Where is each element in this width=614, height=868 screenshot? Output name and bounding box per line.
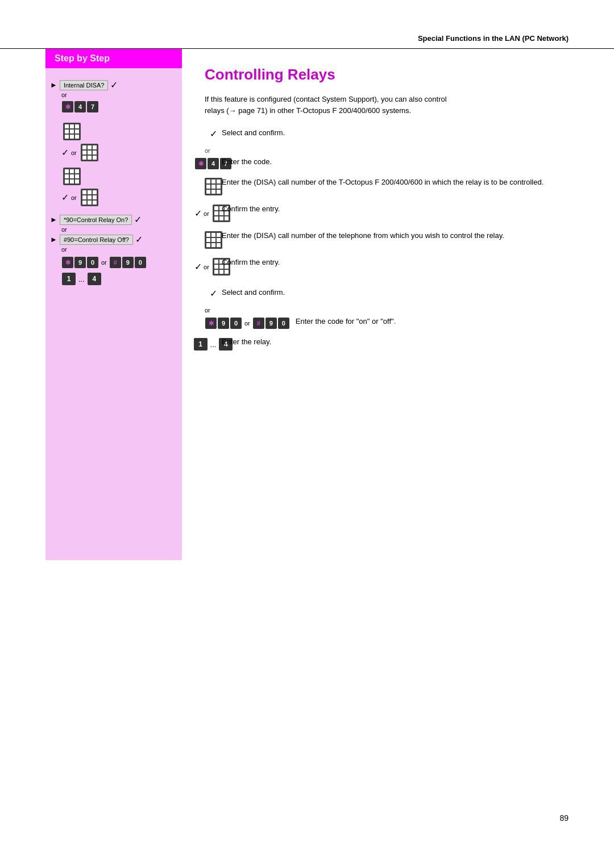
zero-90-key-1: 0: [230, 318, 242, 329]
keypad-row-2: [61, 166, 177, 185]
or-label-2: or: [61, 226, 177, 233]
step-select-relay: ✓ Select and confirm.: [205, 287, 569, 299]
seven-key: 7: [87, 101, 98, 112]
one-key: 1: [62, 273, 76, 285]
arrow-icon: ►: [50, 81, 57, 89]
star-key-2: ✱: [62, 257, 73, 268]
step-confirm-2: ✓ or Confirm the entry.: [205, 257, 569, 276]
or-divider-2: or: [205, 307, 569, 314]
internal-disa-label: Internal DISA?: [60, 80, 109, 90]
sidebar-relay-on: ► *90=Control Relay On? ✓: [50, 214, 177, 225]
step-on-off-code: ✱ 9 0 or # 9 0 Enter the code for "on" o…: [205, 316, 569, 332]
star-key-main: ✱: [195, 158, 206, 169]
nine-90-key-1: 9: [218, 318, 229, 329]
step-by-step-banner: Step by Step: [45, 49, 182, 68]
zero-key-1: 0: [87, 257, 98, 268]
check-1: ✓: [61, 147, 69, 158]
nine-key-2: 9: [122, 257, 134, 268]
step-select-confirm-1: ✓ Select and confirm.: [205, 127, 569, 139]
page-header: Special Functions in the LAN (PC Network…: [0, 0, 614, 49]
keypad-row-1: [61, 121, 177, 140]
relay-keys-row: ✱ 9 0 or # 9 0: [61, 256, 177, 269]
keypad-main-3: [205, 231, 222, 249]
check-icon-1: ✓: [210, 128, 217, 139]
page-number: 89: [559, 813, 569, 823]
check-relay: ✓: [210, 288, 217, 299]
step-enter-relay: 1 ... 4 Enter the relay.: [205, 336, 569, 353]
star-key: ✱: [62, 101, 73, 112]
desc-enter-phone: Enter the (DISA) call number of the tele…: [222, 230, 569, 241]
desc-enter-relay: Enter the relay.: [222, 336, 569, 348]
nine-90-key-2: 9: [265, 318, 277, 329]
sidebar: Step by Step ► Internal DISA? ✓ or ✱ 4 7: [45, 49, 182, 560]
four-key-main: 4: [208, 158, 219, 169]
check-or-keypad-1: ✓ or: [61, 144, 177, 161]
step-enter-disa: Enter the (DISA) call number of the T-Oc…: [205, 177, 569, 195]
sidebar-internal-disa: ► Internal DISA? ✓: [50, 80, 177, 90]
check-2: ✓: [61, 192, 69, 203]
desc-enter-code: Enter the code.: [222, 156, 569, 168]
zero-90-key-2: 0: [278, 318, 289, 329]
check-main-1: ✓: [194, 208, 202, 219]
main-content: Controlling Relays If this feature is co…: [182, 49, 569, 560]
keypad-icon-3: [63, 168, 81, 185]
arrow-icon-3: ►: [50, 235, 57, 244]
or-label-1: or: [61, 91, 177, 98]
desc-select-relay: Select and confirm.: [222, 287, 569, 298]
desc-on-off-code: Enter the code for "on" or "off".: [296, 316, 569, 327]
header-title: Special Functions in the LAN (PC Network…: [418, 34, 569, 43]
keypad-main-1: [205, 178, 222, 195]
star-90-key: ✱: [205, 318, 217, 329]
desc-confirm-1: Confirm the entry.: [222, 203, 569, 215]
relay-one-key: 1: [194, 338, 208, 350]
zero-key-2: 0: [135, 257, 146, 268]
page-title: Controlling Relays: [205, 66, 569, 84]
check-main-2: ✓: [194, 261, 202, 272]
arrow-icon-2: ►: [50, 215, 57, 224]
check-or-keypad-2: ✓ or: [61, 189, 177, 206]
keypad-icon-4: [81, 189, 98, 206]
nine-key-1: 9: [74, 257, 86, 268]
sidebar-relay-off: ► #90=Control Relay Off? ✓: [50, 234, 177, 245]
keypad-icon-2: [81, 144, 98, 161]
hash-90-key: #: [253, 318, 264, 329]
desc-confirm-2: Confirm the entry.: [222, 257, 569, 268]
step-enter-phone: Enter the (DISA) call number of the tele…: [205, 230, 569, 249]
desc-select-confirm-1: Select and confirm.: [222, 127, 569, 139]
relay-off-label: #90=Control Relay Off?: [60, 235, 133, 245]
relay-on-label: *90=Control Relay On?: [60, 215, 132, 225]
desc-enter-disa: Enter the (DISA) call number of the T-Oc…: [222, 177, 569, 188]
relay-range-row: 1 ... 4: [61, 272, 177, 286]
intro-text: If this feature is configured (contact S…: [205, 94, 466, 116]
four-key: 4: [74, 101, 86, 112]
step-enter-code: ✱ 4 7 Enter the code.: [205, 156, 569, 172]
step-confirm-1: ✓ or Confirm the entry.: [205, 203, 569, 222]
or-divider-1: or: [205, 147, 569, 154]
hash-key-1: #: [110, 257, 121, 268]
or-label-3: or: [61, 246, 177, 253]
keypad-icon-1: [63, 123, 81, 140]
four-key-2: 4: [88, 273, 101, 285]
